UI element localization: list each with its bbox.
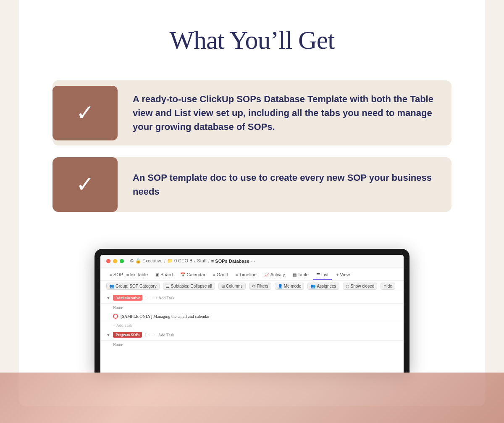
tab-calendar[interactable]: 📅 Calendar [177,270,209,280]
tab-timeline-label: Timeline [239,272,257,277]
group-count-program: 1 [144,333,147,337]
group-row-program: ▼ Program SOPs 1 ··· + Add Task [100,329,404,341]
filter-show-closed-icon: ◎ [346,284,349,288]
tab-list-label: List [321,272,328,277]
laptop-tabs: ≡ SOP Index Table ▣ Board 📅 Calendar [100,267,404,280]
feature-text-2: An SOP template doc to use to create eve… [118,159,452,210]
laptop-section: ⚙ 🔒 Executive / 📁 0 CEO Biz Stuff / ≡ SO… [52,224,452,373]
checkmark-box-1: ✓ [52,86,118,140]
tab-table[interactable]: ▦ Table [289,270,312,280]
group-badge-admin: Administrative [113,295,142,301]
tab-sop-index-table[interactable]: ≡ SOP Index Table [106,270,151,280]
filter-subtasks-icon: ☰ [166,284,170,288]
window-minimize-dot [113,259,117,263]
tab-timeline-icon: ≡ [236,272,238,277]
tab-activity-label: Activity [270,272,285,277]
filter-assignees-icon: 👥 [310,284,315,288]
tab-list[interactable]: ☰ List [313,270,332,280]
laptop-filters: 👥 Group: SOP Category ☰ Subtasks: Collap… [100,280,404,292]
filter-hide-label: Hide [383,284,392,288]
task-name-1: [SAMPLE ONLY] Managing the email and cal… [121,314,209,319]
tab-board-label: Board [160,272,173,277]
tab-timeline[interactable]: ≡ Timeline [232,270,260,280]
add-task-admin-button[interactable]: + Add Task [155,296,174,300]
tab-calendar-label: Calendar [186,272,205,277]
tab-board[interactable]: ▣ Board [152,270,176,280]
breadcrumb-item-3: ≡ SOPs Database [211,259,249,264]
tab-activity[interactable]: 📈 Activity [261,270,289,280]
tab-gantt-label: Gantt [217,272,228,277]
filter-assignees-label: Assignees [317,284,336,288]
group-more-admin: ··· [150,296,153,300]
tab-table-label: Table [298,272,309,277]
tab-gantt[interactable]: ≡ Gantt [210,270,231,280]
checkmark-icon-1: ✓ [76,102,94,124]
task-check-1[interactable] [113,314,118,319]
group-more-program: ··· [149,333,152,337]
tab-add-view[interactable]: + View [333,270,353,280]
breadcrumb: ⚙ 🔒 Executive / 📁 0 CEO Biz Stuff / ≡ SO… [130,258,255,264]
filter-columns-icon: ⊞ [221,284,225,288]
tab-gantt-icon: ≡ [213,272,215,277]
breadcrumb-item-1: ⚙ 🔒 Executive [130,258,163,264]
filter-me-icon: 👤 [278,284,283,288]
filter-hide[interactable]: Hide [381,283,395,290]
filter-show-closed-label: Show closed [351,284,375,288]
filter-filters[interactable]: ⚙ Filters [249,283,271,290]
window-close-dot [106,259,110,263]
name-column-header-program: Name [100,341,404,349]
page-title: What You’ll Get [52,25,452,55]
feature-text-1: A ready-to-use ClickUp SOPs Database Tem… [118,80,452,145]
breadcrumb-more: ··· [251,259,255,264]
filter-subtasks-label: Subtasks: Collapse all [171,284,212,288]
main-card: What You’ll Get ✓ A ready-to-use ClickUp… [19,0,485,406]
filter-me-label: Me mode [284,284,302,288]
tab-calendar-icon: 📅 [180,272,185,277]
filter-group-label: Group: SOP Category [116,284,157,288]
tab-list-icon: ☰ [316,272,320,277]
filter-me-mode[interactable]: 👤 Me mode [275,283,304,290]
breadcrumb-item-2: 📁 0 CEO Biz Stuff [167,258,207,264]
name-column-header-admin: Name [100,304,404,312]
bottom-decoration [0,373,504,423]
tab-table-icon: ▦ [293,272,297,277]
feature-item-2: ✓ An SOP template doc to use to create e… [52,157,452,212]
feature-item-1: ✓ A ready-to-use ClickUp SOPs Database T… [52,80,452,145]
group-count-admin: 1 [145,296,147,300]
filter-assignees[interactable]: 👥 Assignees [307,283,339,290]
filter-subtasks[interactable]: ☰ Subtasks: Collapse all [163,283,215,290]
laptop-topbar: ⚙ 🔒 Executive / 📁 0 CEO Biz Stuff / ≡ SO… [100,255,404,267]
add-task-sub-admin[interactable]: + Add Task [100,321,404,329]
checkmark-icon-2: ✓ [76,174,94,196]
tab-board-icon: ▣ [155,272,159,277]
filter-group-icon: 👥 [109,284,114,288]
tab-sop-index-icon: ≡ [110,272,112,277]
laptop-screen: ⚙ 🔒 Executive / 📁 0 CEO Biz Stuff / ≡ SO… [100,255,404,373]
filter-show-closed[interactable]: ◎ Show closed [343,283,378,290]
filter-filters-label: Filters [257,284,268,288]
add-task-program-button[interactable]: + Add Task [155,333,174,337]
filter-filters-icon: ⚙ [252,284,256,288]
group-arrow-program[interactable]: ▼ [106,333,110,337]
group-row-administrative: ▼ Administrative 1 ··· + Add Task [100,292,404,304]
filter-columns[interactable]: ⊞ Columns [218,283,245,290]
tab-sop-index-label: SOP Index Table [113,272,148,277]
group-badge-program: Program SOPs [113,332,142,338]
checkmark-box-2: ✓ [52,157,118,212]
page-container: What You’ll Get ✓ A ready-to-use ClickUp… [0,0,504,423]
tab-activity-icon: 📈 [264,272,269,277]
filter-columns-label: Columns [226,284,242,288]
laptop-outer: ⚙ 🔒 Executive / 📁 0 CEO Biz Stuff / ≡ SO… [94,249,410,373]
filter-group[interactable]: 👥 Group: SOP Category [106,283,160,290]
task-row-1[interactable]: [SAMPLE ONLY] Managing the email and cal… [100,312,404,321]
window-maximize-dot [120,259,124,263]
tab-add-view-label: + View [336,272,350,277]
group-arrow-admin[interactable]: ▼ [106,296,110,300]
